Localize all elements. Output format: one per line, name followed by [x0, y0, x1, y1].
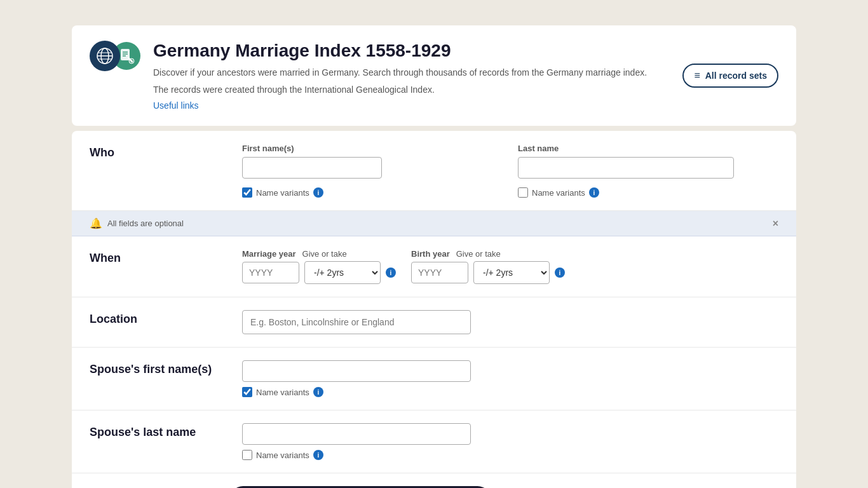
marriage-year-inputs: -/+ 2yrs Exact year -/+ 1yr -/+ 5yrs -/+… — [242, 261, 396, 284]
all-record-sets-button[interactable]: ≡ All record sets — [682, 64, 778, 88]
spouse-first-variants-info-icon[interactable]: i — [313, 387, 323, 397]
when-section: When Marriage year Give or take -/+ 2yrs — [72, 236, 796, 297]
spouse-last-label: Spouse's last name — [90, 423, 229, 439]
notification-text-label: All fields are optional — [107, 219, 184, 228]
button-row: 🔍 Search Germany Marriage Index 1558-192… — [72, 473, 796, 488]
marriage-year-input[interactable] — [242, 262, 299, 283]
when-label: When — [90, 249, 229, 265]
birth-year-label: Birth year — [411, 249, 450, 259]
spouse-last-variants-row: Name variants i — [242, 450, 778, 460]
who-content: First name(s) Name variants i Last name — [242, 144, 778, 198]
birth-year-inputs: -/+ 2yrs Exact year -/+ 1yr -/+ 5yrs -/+… — [411, 261, 565, 284]
notification-bell-icon: 🔔 — [90, 217, 102, 229]
notification-bar: 🔔 All fields are optional × — [72, 211, 796, 236]
birth-give-take-label: Give or take — [456, 249, 501, 259]
notification-close-button[interactable]: × — [773, 218, 778, 229]
spouse-first-section: Spouse's first name(s) Name variants i — [72, 348, 796, 410]
spouse-first-label: Spouse's first name(s) — [90, 360, 229, 376]
spouse-last-variants-info-icon[interactable]: i — [313, 450, 323, 460]
who-fields-row: First name(s) Name variants i Last name — [242, 144, 778, 198]
list-icon: ≡ — [694, 70, 700, 81]
when-content: Marriage year Give or take -/+ 2yrs Exac… — [242, 249, 778, 284]
birth-year-input[interactable] — [411, 262, 468, 283]
first-name-variants-label: Name variants — [256, 188, 309, 198]
last-name-group: Last name Name variants i — [518, 144, 778, 198]
spouse-last-variants-label: Name variants — [256, 451, 309, 460]
first-name-variants-row: Name variants i — [242, 187, 503, 198]
birth-year-info-icon[interactable]: i — [555, 268, 565, 278]
location-input[interactable] — [242, 310, 471, 334]
last-name-label: Last name — [518, 144, 778, 153]
spouse-last-variants-checkbox[interactable] — [242, 450, 252, 460]
marriage-give-take-select[interactable]: -/+ 2yrs Exact year -/+ 1yr -/+ 5yrs -/+… — [304, 261, 381, 284]
first-name-variants-info-icon[interactable]: i — [313, 187, 323, 198]
marriage-year-info-icon[interactable]: i — [386, 268, 396, 278]
birth-year-group: Birth year Give or take -/+ 2yrs Exact y… — [411, 249, 565, 284]
spouse-last-content: Name variants i — [242, 423, 778, 460]
spouse-first-input[interactable] — [242, 360, 471, 382]
birth-year-labels: Birth year Give or take — [411, 249, 565, 259]
header-description-2: The records were created through the Int… — [153, 83, 670, 97]
main-container: Germany Marriage Index 1558-1929 Discove… — [72, 25, 796, 488]
globe-icon — [90, 41, 120, 71]
location-section: Location — [72, 297, 796, 348]
marriage-year-group: Marriage year Give or take -/+ 2yrs Exac… — [242, 249, 396, 284]
who-section: Who First name(s) Name variants i Last n… — [72, 131, 796, 211]
page-title: Germany Marriage Index 1558-1929 — [153, 41, 670, 61]
spouse-first-content: Name variants i — [242, 360, 778, 397]
last-name-input[interactable] — [518, 157, 734, 179]
location-content — [242, 310, 778, 334]
spouse-first-variants-checkbox[interactable] — [242, 387, 252, 397]
header-content: Germany Marriage Index 1558-1929 Discove… — [153, 41, 670, 111]
header-icon-group — [90, 41, 140, 71]
marriage-year-label: Marriage year — [242, 249, 296, 259]
notification-content: 🔔 All fields are optional — [90, 217, 184, 229]
last-name-variants-row: Name variants i — [518, 187, 778, 198]
who-label: Who — [90, 144, 229, 159]
last-name-variants-checkbox[interactable] — [518, 187, 528, 198]
first-name-group: First name(s) Name variants i — [242, 144, 503, 198]
spouse-first-variants-row: Name variants i — [242, 387, 778, 397]
useful-links[interactable]: Useful links — [153, 100, 199, 111]
first-name-variants-checkbox[interactable] — [242, 187, 252, 198]
first-name-input[interactable] — [242, 157, 382, 179]
all-record-sets-label: All record sets — [705, 71, 767, 81]
spouse-last-input[interactable] — [242, 423, 471, 445]
header-description-1: Discover if your ancestors were married … — [153, 66, 670, 79]
first-name-label: First name(s) — [242, 144, 503, 153]
spouse-first-variants-label: Name variants — [256, 388, 309, 397]
last-name-variants-label: Name variants — [532, 188, 585, 198]
marriage-give-take-label: Give or take — [302, 249, 347, 259]
header-card: Germany Marriage Index 1558-1929 Discove… — [72, 25, 796, 126]
spouse-last-section: Spouse's last name Name variants i — [72, 410, 796, 473]
last-name-variants-info-icon[interactable]: i — [589, 187, 599, 198]
search-card: Who First name(s) Name variants i Last n… — [72, 131, 796, 488]
marriage-year-labels: Marriage year Give or take — [242, 249, 396, 259]
location-label: Location — [90, 310, 229, 326]
when-fields: Marriage year Give or take -/+ 2yrs Exac… — [242, 249, 778, 284]
svg-point-9 — [129, 58, 134, 64]
birth-give-take-select[interactable]: -/+ 2yrs Exact year -/+ 1yr -/+ 5yrs -/+… — [473, 261, 550, 284]
